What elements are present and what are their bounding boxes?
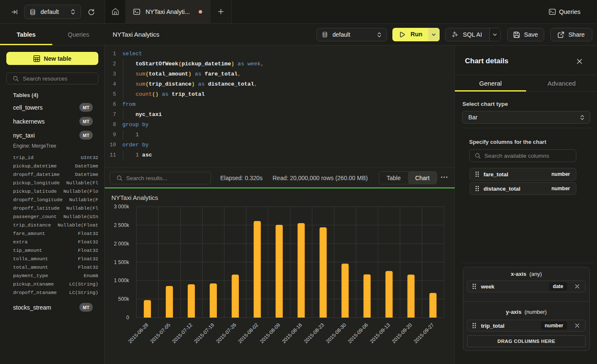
svg-text:2015-08-23: 2015-08-23 bbox=[303, 322, 326, 345]
svg-text:2015-09-13: 2015-09-13 bbox=[369, 322, 392, 345]
svg-text:2015-08-02: 2015-08-02 bbox=[237, 322, 260, 345]
svg-text:3 000k: 3 000k bbox=[114, 204, 130, 210]
svg-text:2015-07-26: 2015-07-26 bbox=[215, 322, 238, 345]
svg-text:2015-08-30: 2015-08-30 bbox=[325, 322, 348, 345]
svg-text:2015-06-28: 2015-06-28 bbox=[127, 322, 150, 345]
svg-text:2015-09-27: 2015-09-27 bbox=[413, 322, 435, 345]
svg-text:1 000k: 1 000k bbox=[114, 278, 130, 283]
svg-text:2015-08-16: 2015-08-16 bbox=[281, 322, 304, 345]
svg-text:2015-07-05: 2015-07-05 bbox=[149, 322, 172, 345]
svg-text:2 500k: 2 500k bbox=[114, 222, 130, 228]
svg-text:NYTaxi Analytics: NYTaxi Analytics bbox=[111, 194, 158, 201]
svg-text:2015-08-09: 2015-08-09 bbox=[259, 322, 282, 345]
svg-text:2015-07-19: 2015-07-19 bbox=[193, 322, 216, 345]
svg-text:2015-07-12: 2015-07-12 bbox=[171, 322, 194, 345]
svg-text:2015-09-20: 2015-09-20 bbox=[391, 322, 413, 345]
svg-text:1 500k: 1 500k bbox=[114, 259, 130, 265]
svg-text:2 000k: 2 000k bbox=[114, 241, 130, 247]
svg-text:500k: 500k bbox=[118, 296, 130, 302]
svg-text:2015-09-06: 2015-09-06 bbox=[347, 322, 370, 345]
svg-text:0: 0 bbox=[126, 315, 129, 321]
